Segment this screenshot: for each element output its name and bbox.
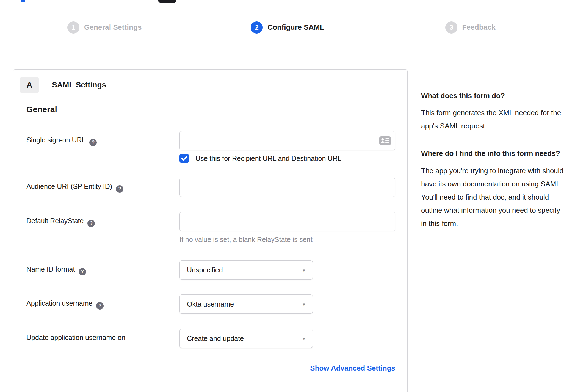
help-icon[interactable]: ? — [87, 220, 95, 227]
sidebar-heading-what: What does this form do? — [421, 90, 564, 102]
single-sign-on-url-label: Single sign-on URL? — [13, 131, 179, 146]
section-title: SAML Settings — [52, 81, 106, 89]
help-icon[interactable]: ? — [96, 302, 104, 310]
default-relaystate-label: Default RelayState? — [13, 212, 179, 227]
field-row-default-relaystate: Default RelayState? If no value is set, … — [13, 212, 407, 244]
general-heading: General — [26, 105, 57, 114]
audience-uri-label: Audience URI (SP Entity ID)? — [13, 178, 179, 193]
sidebar-body-what: This form generates the XML needed for t… — [421, 106, 564, 132]
step-feedback[interactable]: 3 Feedback — [379, 12, 562, 43]
saml-general-form: Single sign-on URL? — [13, 131, 407, 372]
show-advanced-settings-link[interactable]: Show Advanced Settings — [179, 364, 395, 372]
step-2-number: 2 — [251, 21, 263, 34]
update-app-username-value: Create and update — [187, 335, 244, 343]
autofill-contact-icon[interactable] — [379, 136, 391, 145]
field-row-name-id-format: Name ID format? Unspecified ▼ — [13, 260, 407, 280]
recipient-url-checkbox-row: Use this for Recipient URL and Destinati… — [179, 154, 407, 163]
help-sidebar: What does this form do? This form genera… — [421, 90, 564, 245]
section-a-badge: A — [20, 77, 39, 93]
step-2-label: Configure SAML — [267, 23, 324, 32]
help-icon[interactable]: ? — [79, 268, 86, 275]
field-row-audience-uri: Audience URI (SP Entity ID)? — [13, 178, 407, 197]
recipient-url-checkbox[interactable] — [179, 154, 189, 163]
recipient-url-checkbox-label[interactable]: Use this for Recipient URL and Destinati… — [195, 154, 341, 162]
step-general-settings[interactable]: 1 General Settings — [13, 12, 196, 43]
default-relaystate-input[interactable] — [179, 212, 395, 231]
update-app-username-label: Update application username on — [13, 329, 179, 342]
audience-uri-input[interactable] — [179, 178, 395, 197]
chevron-down-icon: ▼ — [302, 268, 306, 273]
relaystate-hint: If no value is set, a blank RelayState i… — [179, 236, 407, 244]
application-username-value: Okta username — [187, 300, 234, 308]
section-divider-dashed — [16, 391, 405, 391]
sidebar-heading-where: Where do I find the info this form needs… — [421, 147, 564, 159]
name-id-format-select[interactable]: Unspecified ▼ — [179, 260, 313, 280]
clipped-title-accent — [21, 0, 25, 2]
step-3-number: 3 — [445, 21, 457, 34]
saml-settings-panel: A SAML Settings General Single sign-on U… — [13, 69, 408, 392]
advanced-settings-row: Show Advanced Settings — [13, 364, 407, 372]
application-username-label: Application username? — [13, 294, 179, 310]
step-1-label: General Settings — [84, 23, 142, 32]
field-row-single-sign-on-url: Single sign-on URL? — [13, 131, 407, 163]
clipped-app-logo — [158, 0, 176, 3]
wizard-stepper: 1 General Settings 2 Configure SAML 3 Fe… — [13, 12, 562, 43]
chevron-down-icon: ▼ — [302, 336, 306, 341]
update-app-username-select[interactable]: Create and update ▼ — [179, 329, 313, 348]
sidebar-body-where: The app you're trying to integrate with … — [421, 164, 564, 230]
help-icon[interactable]: ? — [116, 185, 123, 193]
checkmark-icon — [181, 156, 187, 161]
application-username-select[interactable]: Okta username ▼ — [179, 294, 313, 314]
name-id-format-value: Unspecified — [187, 266, 223, 274]
name-id-format-label: Name ID format? — [13, 260, 179, 275]
field-row-update-app-username: Update application username on Create an… — [13, 329, 407, 348]
step-3-label: Feedback — [462, 23, 496, 32]
step-configure-saml[interactable]: 2 Configure SAML — [196, 12, 379, 43]
chevron-down-icon: ▼ — [302, 302, 306, 307]
help-icon[interactable]: ? — [89, 139, 97, 146]
single-sign-on-url-input[interactable] — [179, 131, 395, 150]
configure-saml-page: 1 General Settings 2 Configure SAML 3 Fe… — [0, 0, 575, 392]
step-1-number: 1 — [67, 21, 79, 34]
section-header: A SAML Settings — [20, 77, 106, 93]
field-row-application-username: Application username? Okta username ▼ — [13, 294, 407, 314]
